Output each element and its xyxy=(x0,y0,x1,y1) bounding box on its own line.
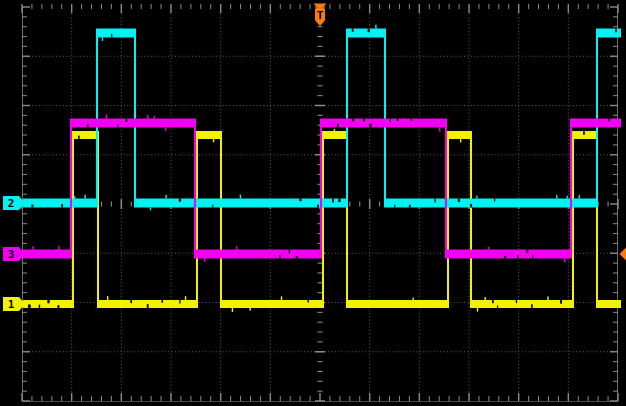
ruler-tick xyxy=(22,194,27,195)
ruler-tick xyxy=(558,396,559,401)
trace-segment xyxy=(572,131,598,139)
ruler-tick xyxy=(161,4,162,9)
center-axis-tick xyxy=(121,199,123,209)
trace-noise xyxy=(232,308,233,312)
center-axis-tick xyxy=(318,95,323,96)
center-axis-tick xyxy=(318,36,323,37)
trace-noise xyxy=(526,250,528,253)
trace-noise xyxy=(363,119,365,122)
ruler-tick xyxy=(22,154,30,155)
trace-noise xyxy=(150,208,151,211)
ruler-tick xyxy=(22,36,27,37)
center-axis-tick xyxy=(379,202,380,207)
trace-noise xyxy=(236,246,237,249)
trace-noise xyxy=(556,195,557,198)
ruler-tick xyxy=(359,4,360,9)
trace-noise xyxy=(337,124,339,128)
trace-noise xyxy=(279,255,281,259)
trace-noise xyxy=(179,300,180,303)
ruler-tick xyxy=(250,4,251,9)
trace-noise xyxy=(583,131,585,135)
ruler-tick xyxy=(488,396,489,401)
ruler-tick xyxy=(613,85,618,86)
ruler-tick xyxy=(280,396,281,401)
trace-noise xyxy=(147,115,148,118)
ruler-tick xyxy=(613,292,618,293)
ruler-tick xyxy=(22,16,27,17)
trace-noise xyxy=(31,205,33,208)
trace-noise xyxy=(281,296,282,300)
ruler-tick xyxy=(220,393,221,401)
ruler-tick xyxy=(613,184,618,185)
trace-noise xyxy=(185,296,186,300)
ruler-tick xyxy=(613,213,618,214)
trace-noise xyxy=(126,119,128,122)
center-axis-tick xyxy=(608,202,609,207)
ruler-tick xyxy=(528,4,529,9)
trace-noise xyxy=(492,300,494,303)
trace-segment xyxy=(96,29,136,38)
ruler-tick xyxy=(349,4,350,9)
ruler-tick xyxy=(22,144,27,145)
ruler-tick xyxy=(71,4,72,13)
channel-number-label: 3 xyxy=(8,248,15,261)
ruler-tick xyxy=(51,4,52,9)
ruler-tick xyxy=(170,393,171,401)
ruler-tick xyxy=(468,4,469,13)
trace-noise xyxy=(497,305,498,308)
ruler-tick xyxy=(613,144,618,145)
ruler-tick xyxy=(22,400,30,401)
center-axis-tick xyxy=(318,272,323,273)
trace-noise xyxy=(308,300,309,303)
trace-noise xyxy=(32,246,33,249)
ruler-tick xyxy=(610,154,618,155)
ruler-tick xyxy=(22,164,27,165)
trigger-label: T xyxy=(317,9,324,22)
channel-number-label: 2 xyxy=(8,197,15,210)
ruler-tick xyxy=(617,393,618,401)
ruler-tick xyxy=(610,253,618,254)
trace-segment xyxy=(72,131,99,139)
ruler-tick xyxy=(588,396,589,401)
ruler-tick xyxy=(429,4,430,9)
trace-noise xyxy=(369,124,371,128)
trace-segment xyxy=(596,29,621,38)
ruler-tick xyxy=(498,4,499,9)
trace-segment xyxy=(320,119,447,128)
trace-noise xyxy=(147,304,149,308)
ruler-tick xyxy=(22,332,27,333)
ruler-tick xyxy=(111,4,112,9)
trace-noise xyxy=(394,205,395,208)
center-axis-tick xyxy=(318,46,323,47)
ruler-tick xyxy=(528,396,529,401)
ruler-tick xyxy=(468,393,469,401)
center-axis-tick xyxy=(131,202,132,207)
ruler-tick xyxy=(22,95,27,96)
ruler-tick xyxy=(22,105,30,106)
ruler-tick xyxy=(22,292,27,293)
trace-noise xyxy=(61,204,63,208)
trace-noise xyxy=(213,139,214,142)
trace-noise xyxy=(494,199,495,202)
ruler-tick xyxy=(121,4,122,13)
ruler-tick xyxy=(22,75,27,76)
ruler-tick xyxy=(369,4,370,13)
ruler-tick xyxy=(389,396,390,401)
ruler-tick xyxy=(498,396,499,401)
trace-segment xyxy=(134,199,348,208)
ruler-tick xyxy=(339,396,340,401)
ruler-tick xyxy=(22,341,27,342)
channel-number-label: 1 xyxy=(8,298,15,311)
ruler-tick xyxy=(270,4,271,13)
ruler-tick xyxy=(190,4,191,9)
center-axis-tick xyxy=(318,292,323,293)
ruler-tick xyxy=(141,396,142,401)
trace-noise xyxy=(58,246,59,249)
ruler-tick xyxy=(558,4,559,9)
ruler-tick xyxy=(41,396,42,401)
ruler-tick xyxy=(488,4,489,9)
ruler-tick xyxy=(22,125,27,126)
trace-segment xyxy=(570,119,621,128)
trace-noise xyxy=(547,296,548,300)
trace-noise xyxy=(517,255,519,258)
